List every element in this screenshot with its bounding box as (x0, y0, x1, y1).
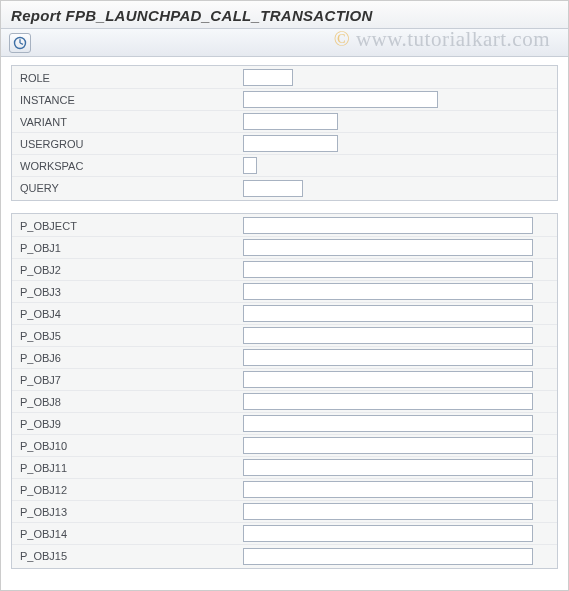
param-input-p_obj5[interactable] (243, 327, 533, 344)
param-input-usergrou[interactable] (243, 135, 338, 152)
selection-screen: ROLEINSTANCEVARIANTUSERGROUWORKSPACQUERY… (1, 57, 568, 569)
param-input-p_obj6[interactable] (243, 349, 533, 366)
param-label: QUERY (18, 182, 243, 194)
svg-line-2 (20, 43, 23, 44)
param-label: P_OBJECT (18, 220, 243, 232)
param-value-cell (243, 69, 293, 86)
param-row: QUERY (12, 177, 557, 199)
param-value-cell (243, 180, 303, 197)
param-value-cell (243, 459, 533, 476)
param-value-cell (243, 113, 338, 130)
param-row: WORKSPAC (12, 155, 557, 177)
param-label: P_OBJ5 (18, 330, 243, 342)
param-row: P_OBJ13 (12, 501, 557, 523)
param-value-cell (243, 91, 438, 108)
param-label: P_OBJ6 (18, 352, 243, 364)
param-row: P_OBJ6 (12, 347, 557, 369)
title-bar: Report FPB_LAUNCHPAD_CALL_TRANSACTION (1, 1, 568, 29)
param-input-p_obj10[interactable] (243, 437, 533, 454)
parameter-group-1: ROLEINSTANCEVARIANTUSERGROUWORKSPACQUERY (11, 65, 558, 201)
application-toolbar (1, 29, 568, 57)
param-value-cell (243, 437, 533, 454)
param-input-p_obj8[interactable] (243, 393, 533, 410)
param-input-p_obj12[interactable] (243, 481, 533, 498)
param-row: P_OBJ3 (12, 281, 557, 303)
param-row: VARIANT (12, 111, 557, 133)
param-row: P_OBJ1 (12, 237, 557, 259)
param-input-p_obj11[interactable] (243, 459, 533, 476)
param-label: VARIANT (18, 116, 243, 128)
param-label: USERGROU (18, 138, 243, 150)
param-row: P_OBJ7 (12, 369, 557, 391)
param-row: P_OBJ8 (12, 391, 557, 413)
execute-button[interactable] (9, 33, 31, 53)
param-value-cell (243, 371, 533, 388)
param-row: P_OBJ10 (12, 435, 557, 457)
param-input-variant[interactable] (243, 113, 338, 130)
param-input-p_obj7[interactable] (243, 371, 533, 388)
param-value-cell (243, 415, 533, 432)
param-value-cell (243, 261, 533, 278)
param-row: INSTANCE (12, 89, 557, 111)
param-row: P_OBJ15 (12, 545, 557, 567)
param-label: WORKSPAC (18, 160, 243, 172)
param-row: P_OBJ9 (12, 413, 557, 435)
param-input-p_obj3[interactable] (243, 283, 533, 300)
param-row: P_OBJ2 (12, 259, 557, 281)
param-input-role[interactable] (243, 69, 293, 86)
param-input-p_obj4[interactable] (243, 305, 533, 322)
param-value-cell (243, 135, 338, 152)
param-row: USERGROU (12, 133, 557, 155)
param-input-p_object[interactable] (243, 217, 533, 234)
param-value-cell (243, 349, 533, 366)
param-label: P_OBJ9 (18, 418, 243, 430)
param-value-cell (243, 548, 533, 565)
param-input-p_obj14[interactable] (243, 525, 533, 542)
param-value-cell (243, 239, 533, 256)
param-label: P_OBJ8 (18, 396, 243, 408)
param-row: P_OBJ11 (12, 457, 557, 479)
param-label: P_OBJ14 (18, 528, 243, 540)
param-row: P_OBJ12 (12, 479, 557, 501)
param-value-cell (243, 217, 533, 234)
param-value-cell (243, 525, 533, 542)
param-input-p_obj13[interactable] (243, 503, 533, 520)
execute-icon (13, 36, 27, 50)
param-input-workspac[interactable] (243, 157, 257, 174)
param-value-cell (243, 481, 533, 498)
param-label: P_OBJ12 (18, 484, 243, 496)
param-label: INSTANCE (18, 94, 243, 106)
param-row: ROLE (12, 67, 557, 89)
param-input-query[interactable] (243, 180, 303, 197)
param-value-cell (243, 157, 257, 174)
param-value-cell (243, 305, 533, 322)
param-value-cell (243, 327, 533, 344)
param-label: P_OBJ3 (18, 286, 243, 298)
param-label: P_OBJ2 (18, 264, 243, 276)
param-row: P_OBJ14 (12, 523, 557, 545)
report-title: Report FPB_LAUNCHPAD_CALL_TRANSACTION (11, 7, 558, 24)
param-label: P_OBJ11 (18, 462, 243, 474)
param-label: ROLE (18, 72, 243, 84)
param-label: P_OBJ15 (18, 550, 243, 562)
param-label: P_OBJ7 (18, 374, 243, 386)
param-input-p_obj1[interactable] (243, 239, 533, 256)
param-input-p_obj9[interactable] (243, 415, 533, 432)
param-value-cell (243, 503, 533, 520)
param-label: P_OBJ10 (18, 440, 243, 452)
param-row: P_OBJECT (12, 215, 557, 237)
parameter-group-2: P_OBJECTP_OBJ1P_OBJ2P_OBJ3P_OBJ4P_OBJ5P_… (11, 213, 558, 569)
param-input-instance[interactable] (243, 91, 438, 108)
param-label: P_OBJ4 (18, 308, 243, 320)
param-row: P_OBJ4 (12, 303, 557, 325)
param-label: P_OBJ13 (18, 506, 243, 518)
param-input-p_obj15[interactable] (243, 548, 533, 565)
param-row: P_OBJ5 (12, 325, 557, 347)
param-label: P_OBJ1 (18, 242, 243, 254)
param-input-p_obj2[interactable] (243, 261, 533, 278)
param-value-cell (243, 283, 533, 300)
param-value-cell (243, 393, 533, 410)
